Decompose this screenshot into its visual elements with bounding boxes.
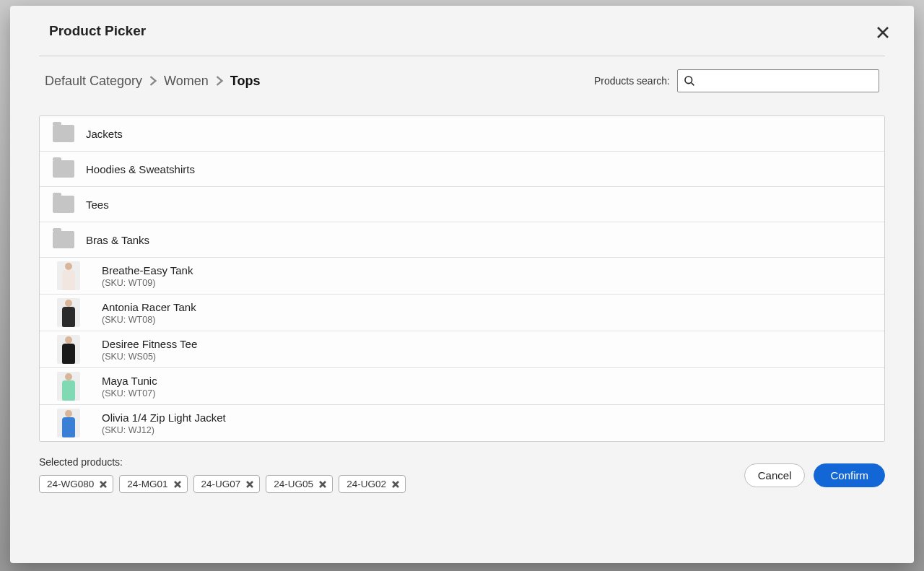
chip-remove-button[interactable] (174, 481, 181, 488)
chip-remove-button[interactable] (246, 481, 253, 488)
chip-label: 24-UG02 (346, 479, 386, 489)
modal-header: Product Picker (39, 23, 885, 56)
product-sku: (SKU: WT08) (102, 315, 196, 325)
product-thumbnail (57, 372, 80, 401)
chip-label: 24-WG080 (47, 479, 94, 489)
close-icon (246, 481, 253, 488)
product-info: Maya Tunic(SKU: WT07) (102, 375, 157, 398)
chevron-right-icon (148, 76, 158, 86)
product-info: Antonia Racer Tank(SKU: WT08) (102, 301, 196, 325)
selected-chip: 24-WG080 (39, 475, 113, 493)
product-info: Desiree Fitness Tee(SKU: WS05) (102, 338, 197, 362)
modal-title: Product Picker (49, 23, 146, 39)
selected-chip: 24-UG05 (266, 475, 333, 493)
product-name: Olivia 1/4 Zip Light Jacket (102, 411, 226, 424)
product-thumbnail (57, 409, 80, 437)
selected-chip: 24-UG02 (339, 475, 406, 493)
svg-point-0 (685, 77, 692, 84)
breadcrumb-item: Tops (230, 74, 261, 89)
product-name: Desiree Fitness Tee (102, 338, 197, 350)
chip-label: 24-UG05 (274, 479, 313, 489)
folder-icon (53, 125, 74, 142)
chip-remove-button[interactable] (319, 481, 326, 488)
product-thumbnail (57, 298, 80, 327)
chevron-right-icon (214, 76, 225, 86)
close-icon (392, 481, 399, 488)
close-button[interactable] (873, 23, 892, 44)
modal-topbar: Default CategoryWomenTops Products searc… (39, 69, 885, 92)
product-sku: (SKU: WS05) (102, 352, 197, 362)
product-name: Antonia Racer Tank (102, 301, 196, 313)
breadcrumb: Default CategoryWomenTops (45, 74, 260, 89)
selected-products: Selected products: 24-WG08024-MG0124-UG0… (39, 456, 406, 493)
chip-remove-button[interactable] (100, 481, 107, 488)
chip-label: 24-UG07 (201, 479, 241, 489)
category-label: Jackets (86, 128, 123, 140)
close-icon (319, 481, 326, 488)
chip-label: 24-MG01 (127, 479, 167, 489)
product-info: Breathe-Easy Tank(SKU: WT09) (102, 264, 193, 288)
selected-chip: 24-MG01 (119, 475, 187, 493)
folder-icon (53, 160, 74, 178)
product-thumbnail (57, 261, 80, 290)
product-row[interactable]: Maya Tunic(SKU: WT07) (40, 368, 884, 405)
category-label: Bras & Tanks (86, 234, 149, 246)
product-sku: (SKU: WT07) (102, 388, 157, 398)
category-label: Hoodies & Sweatshirts (86, 163, 195, 175)
product-row[interactable]: Desiree Fitness Tee(SKU: WS05) (40, 331, 884, 368)
folder-icon (53, 196, 74, 213)
modal-footer: Selected products: 24-WG08024-MG0124-UG0… (39, 456, 885, 493)
product-row[interactable]: Olivia 1/4 Zip Light Jacket(SKU: WJ12) (40, 405, 884, 441)
product-info: Olivia 1/4 Zip Light Jacket(SKU: WJ12) (102, 411, 226, 435)
search-label: Products search: (594, 75, 670, 87)
confirm-button[interactable]: Confirm (814, 463, 885, 487)
product-sku: (SKU: WT09) (102, 278, 193, 288)
category-row[interactable]: Bras & Tanks (40, 222, 884, 258)
category-label: Tees (86, 199, 109, 211)
breadcrumb-item[interactable]: Women (164, 74, 209, 89)
folder-icon (53, 231, 74, 248)
search-icon (684, 75, 695, 87)
selected-label: Selected products: (39, 456, 406, 468)
selected-chips: 24-WG08024-MG0124-UG0724-UG0524-UG02 (39, 475, 406, 493)
category-row[interactable]: Jackets (40, 116, 884, 152)
category-product-list: JacketsHoodies & SweatshirtsTeesBras & T… (39, 115, 885, 442)
product-row[interactable]: Antonia Racer Tank(SKU: WT08) (40, 295, 884, 331)
search-wrap: Products search: (594, 69, 879, 92)
close-icon (876, 26, 889, 39)
breadcrumb-item[interactable]: Default Category (45, 74, 142, 89)
category-row[interactable]: Tees (40, 187, 884, 222)
product-name: Maya Tunic (102, 375, 157, 387)
product-thumbnail (57, 335, 80, 364)
selected-chip: 24-UG07 (193, 475, 261, 493)
close-icon (100, 481, 107, 488)
product-row[interactable]: Breathe-Easy Tank(SKU: WT09) (40, 258, 884, 295)
category-row[interactable]: Hoodies & Sweatshirts (40, 152, 884, 187)
product-sku: (SKU: WJ12) (102, 425, 226, 435)
search-box[interactable] (677, 69, 879, 92)
product-picker-modal: Product Picker Default CategoryWomenTops… (10, 6, 914, 563)
search-input[interactable] (699, 70, 873, 92)
modal-actions: Cancel Confirm (744, 463, 885, 487)
product-name: Breathe-Easy Tank (102, 264, 193, 276)
close-icon (174, 481, 181, 488)
chip-remove-button[interactable] (392, 481, 399, 488)
cancel-button[interactable]: Cancel (744, 463, 806, 487)
